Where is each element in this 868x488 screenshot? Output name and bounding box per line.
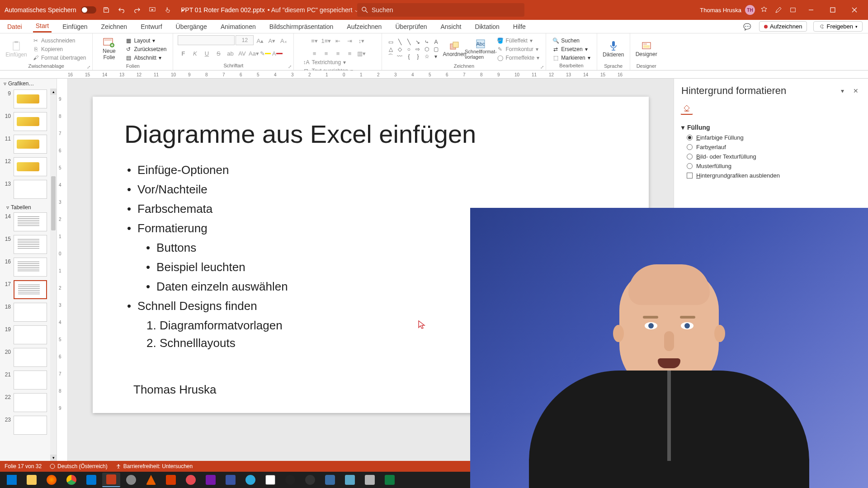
tab-design[interactable]: Entwurf	[138, 21, 165, 32]
change-case-icon[interactable]: Aa▾	[248, 48, 259, 59]
decrease-font-icon[interactable]: A▾	[266, 35, 277, 46]
onenote-icon[interactable]	[202, 473, 220, 487]
undo-icon[interactable]	[116, 5, 127, 15]
powerpoint-icon[interactable]	[102, 473, 120, 487]
shape-brace2-icon[interactable]: }	[414, 53, 422, 60]
char-spacing-icon[interactable]: AV	[236, 48, 247, 59]
thumbnail-slide[interactable]: 18	[3, 303, 54, 322]
shape-hexagon-icon[interactable]: ⬡	[423, 46, 431, 52]
layout-button[interactable]: ▦Layout ▾	[123, 37, 168, 44]
shape-text-icon[interactable]: A	[432, 39, 440, 45]
bullets-icon[interactable]: ≡▾	[309, 35, 320, 46]
tab-transitions[interactable]: Übergänge	[173, 21, 210, 32]
pattern-fill-radio[interactable]: Musterfüllung	[681, 161, 861, 171]
slide-counter[interactable]: Folie 17 von 32	[5, 463, 42, 469]
telegram-icon[interactable]	[241, 473, 259, 487]
highlight-color-icon[interactable]: ✎	[260, 48, 271, 59]
find-button[interactable]: 🔍Suchen	[551, 37, 592, 44]
section-header-graphics[interactable]: ▿ Grafiken…	[0, 79, 57, 89]
dictate-button[interactable]: Diktieren	[602, 35, 625, 63]
thumbnail-slide[interactable]: 13	[3, 180, 54, 199]
shape-connector-icon[interactable]: ⤷	[423, 39, 431, 45]
scroll-down-icon[interactable]: ▾	[50, 455, 57, 461]
touch-mode-icon[interactable]	[162, 5, 173, 15]
app-icon[interactable]	[122, 473, 140, 487]
fill-tab-icon[interactable]	[680, 102, 693, 115]
dialog-launcher-icon[interactable]: ⤢	[87, 65, 90, 70]
arrange-button[interactable]: Anordnen	[443, 35, 466, 63]
cut-button[interactable]: ✂Ausschneiden	[31, 37, 88, 44]
replace-button[interactable]: ⇄Ersetzen ▾	[551, 46, 592, 53]
shape-arrow2-icon[interactable]: ⇨	[414, 46, 422, 52]
accessibility-checker[interactable]: Barrierefreiheit: Untersuchen	[116, 463, 193, 469]
record-button[interactable]: Aufzeichnen	[759, 21, 807, 32]
copy-button[interactable]: ⎘Kopieren	[31, 46, 88, 53]
picture-fill-radio[interactable]: Bild- oder Texturfüllung	[681, 152, 861, 161]
user-name[interactable]: Thomas Hruska	[700, 7, 741, 14]
tab-insert[interactable]: Einfügen	[60, 21, 90, 32]
line-spacing-icon[interactable]: ↕▾	[356, 35, 367, 46]
shape-brace-icon[interactable]: {	[405, 53, 413, 60]
scroll-handle[interactable]	[51, 176, 56, 230]
slideshow-start-icon[interactable]	[147, 5, 158, 15]
shape-fill-button[interactable]: 🪣Fülleffekt ▾	[495, 37, 541, 44]
app-icon[interactable]	[321, 473, 339, 487]
gradient-fill-radio[interactable]: Farbverlauf	[681, 142, 861, 152]
select-button[interactable]: ⬚Markieren ▾	[551, 54, 592, 61]
close-button[interactable]	[845, 2, 863, 18]
justify-icon[interactable]: ≡	[344, 48, 355, 59]
numbering-icon[interactable]: 1≡▾	[321, 35, 331, 46]
tab-home[interactable]: Start	[33, 20, 52, 33]
hide-bg-checkbox[interactable]: Hintergrundgrafiken ausblenden	[681, 171, 861, 180]
shape-arrow-icon[interactable]: ↘	[414, 39, 422, 45]
tab-file[interactable]: Datei	[5, 21, 25, 32]
shape-effects-button[interactable]: ◯Formeffekte ▾	[495, 54, 541, 61]
new-slide-button[interactable]: Neue Folie	[97, 35, 121, 63]
shape-triangle-icon[interactable]: △	[387, 46, 395, 52]
thumbnail-slide[interactable]: 10	[3, 112, 54, 131]
thumbnail-slide[interactable]: 9	[3, 89, 54, 108]
shape-outline-button[interactable]: ✎Formkontur ▾	[495, 46, 541, 53]
tab-animations[interactable]: Animationen	[218, 21, 259, 32]
format-painter-button[interactable]: 🖌Format übertragen	[31, 54, 88, 61]
visio-icon[interactable]	[222, 473, 240, 487]
share-button[interactable]: Freigeben▾	[813, 21, 863, 32]
paste-button[interactable]: Einfügen	[5, 35, 28, 63]
dialog-launcher-icon[interactable]: ⤢	[288, 64, 292, 69]
shape-line2-icon[interactable]: ╲	[405, 39, 413, 45]
shape-roundrect-icon[interactable]: ▢	[432, 46, 440, 52]
tab-review[interactable]: Überprüfen	[392, 21, 429, 32]
search-box[interactable]	[357, 3, 524, 17]
align-left-icon[interactable]: ≡	[309, 48, 320, 59]
app-icon[interactable]	[361, 473, 379, 487]
underline-button[interactable]: U	[201, 48, 212, 59]
pane-close-icon[interactable]: ✕	[851, 86, 861, 96]
obs-icon[interactable]	[281, 473, 299, 487]
pen-icon[interactable]	[773, 5, 784, 15]
shape-star-icon[interactable]: ☆	[423, 53, 431, 60]
shadow-button[interactable]: ab	[225, 48, 236, 59]
fill-section-header[interactable]: ▾ Füllung	[681, 122, 861, 133]
thumbnail-slide[interactable]: 15	[3, 235, 54, 254]
decrease-indent-icon[interactable]: ⇤	[332, 35, 343, 46]
thumbnail-slide[interactable]: 17	[3, 280, 54, 299]
section-header-tables[interactable]: ▿ Tabellen	[3, 202, 54, 212]
minimize-button[interactable]	[802, 2, 820, 18]
solid-fill-radio[interactable]: Einfarbige Füllung	[681, 133, 861, 142]
autosave-toggle[interactable]	[81, 6, 96, 14]
scroll-up-icon[interactable]: ▴	[50, 89, 57, 95]
pane-options-icon[interactable]: ▾	[837, 86, 847, 96]
shape-curve-icon[interactable]: ⌒	[387, 53, 395, 60]
section-button[interactable]: ▤Abschnitt ▾	[123, 54, 168, 61]
tab-dictation[interactable]: Diktation	[472, 21, 502, 32]
outlook-icon[interactable]	[82, 473, 100, 487]
align-right-icon[interactable]: ≡	[332, 48, 343, 59]
maximize-button[interactable]	[824, 2, 842, 18]
excel-icon[interactable]	[381, 473, 399, 487]
user-avatar[interactable]: TH	[745, 5, 755, 15]
clear-formatting-icon[interactable]: Aₓ	[278, 35, 289, 46]
chrome-icon[interactable]	[62, 473, 80, 487]
shape-diamond-icon[interactable]: ◇	[396, 46, 404, 52]
shape-rect-icon[interactable]: ▭	[387, 39, 395, 45]
font-family-combo[interactable]	[178, 35, 235, 45]
